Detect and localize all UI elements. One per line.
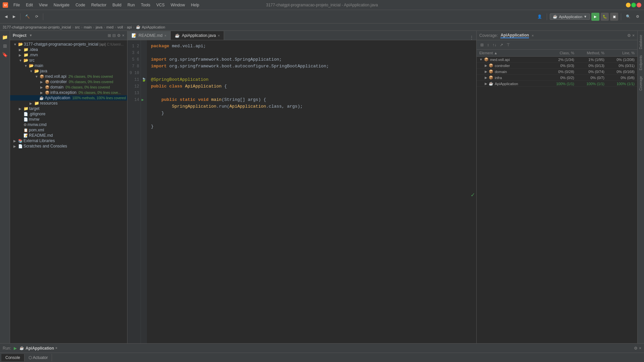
tree-src[interactable]: ▼ 📂 src — [10, 58, 127, 63]
cov-filter-icon[interactable]: ⊤ — [505, 42, 511, 48]
tab-api-close[interactable]: × — [218, 34, 220, 38]
bookmarks-icon[interactable]: 🔖 — [1, 51, 9, 58]
endpoints-label[interactable]: Endpoints — [638, 53, 643, 73]
col-class-pct[interactable]: Class, % — [544, 51, 574, 55]
tree-scratches[interactable]: ▶ 📄 Scratches and Consoles — [10, 143, 127, 149]
coverage-tab[interactable]: ApiApplication — [500, 33, 529, 38]
tree-target[interactable]: ▶ 📁 target — [10, 106, 127, 111]
tree-main[interactable]: ▼ 📂 main — [10, 63, 127, 68]
menu-window[interactable]: Window — [168, 2, 188, 8]
cov-export-icon[interactable]: ↗ — [499, 42, 504, 48]
cov-row-med-voll-api[interactable]: ▼ 📦 med.voll.api 2% (1/34) 1% (1/95) 0% … — [477, 57, 637, 63]
run-tab[interactable]: ☕ ApiApplication × — [19, 346, 57, 351]
breadcrumb-med[interactable]: med — [106, 25, 113, 29]
run-settings-icon[interactable]: ⚙ — [634, 346, 638, 351]
tree-pom-xml[interactable]: 📋 pom.xml — [10, 127, 127, 133]
cov-pkg-arrow[interactable]: ▼ — [479, 58, 483, 61]
tree-api-application[interactable]: ☕ ApiApplication 100% methods, 100% line… — [10, 95, 127, 101]
tree-java[interactable]: ▼ 📂 java — [10, 68, 127, 74]
run-gutter-icon[interactable]: ▶ — [142, 97, 146, 103]
menu-view[interactable]: View — [36, 2, 50, 8]
project-icon[interactable]: 📁 — [1, 34, 9, 41]
tree-readme[interactable]: 📝 README.md — [10, 133, 127, 138]
toolbar-vcs-btn[interactable]: 👤 — [535, 13, 544, 20]
tree-resources[interactable]: ▶ 📁 resources — [10, 101, 127, 106]
toolbar-build-btn[interactable]: 🔨 — [23, 13, 32, 20]
breadcrumb-file[interactable]: ApiApplication — [142, 25, 165, 29]
menu-navigate[interactable]: Navigate — [51, 2, 72, 8]
tree-mvn[interactable]: ▶ 📁 .mvn — [10, 52, 127, 58]
toolbar-back-btn[interactable]: ◀ — [3, 13, 9, 20]
coverage-tab-close[interactable]: × — [532, 34, 534, 38]
project-settings-icon[interactable]: ⚙ — [117, 33, 121, 38]
tree-external-libs[interactable]: ▶ 📚 External Libraries — [10, 138, 127, 143]
col-element[interactable]: Element ▲ — [479, 51, 544, 55]
tree-infra[interactable]: ▶ 📦 infra.exception 0% classes, 0% lines… — [10, 90, 127, 95]
menu-vcs[interactable]: VCS — [154, 2, 167, 8]
project-close-icon[interactable]: × — [122, 33, 124, 38]
menu-edit[interactable]: Edit — [23, 2, 36, 8]
cov-ctrl-arrow[interactable]: ▶ — [485, 64, 487, 67]
breadcrumb-src[interactable]: src — [75, 25, 80, 29]
structure-icon[interactable]: ⊞ — [1, 42, 9, 50]
menu-help[interactable]: Help — [188, 2, 202, 8]
cov-row-domain[interactable]: ▶ 📦 domain 0% (0/28) 0% (0/74) 0% (0/168… — [477, 69, 637, 75]
tree-domain[interactable]: ▶ 📦 domain 0% classes, 0% lines covered — [10, 84, 127, 90]
debug-button[interactable]: 🐛 — [601, 13, 609, 21]
tree-root[interactable]: ▼ 📂 3177-chatgpt-programacao-projeto_ini… — [10, 42, 127, 47]
coverage-settings-icon[interactable]: ⚙ — [627, 33, 631, 38]
breadcrumb-voll[interactable]: voll — [117, 25, 123, 29]
cov-row-apiapp[interactable]: ▶ ☕ ApiApplication 100% (1/1) 100% (1/1)… — [477, 81, 637, 87]
settings-btn[interactable]: ⚙ — [634, 13, 641, 20]
menu-file[interactable]: File — [11, 2, 22, 8]
code-editor-content[interactable]: package med.voll.api; import org.springf… — [147, 40, 476, 343]
breadcrumb-main[interactable]: main — [84, 25, 92, 29]
cov-row-controller[interactable]: ▶ 📦 controller 0% (0/3) 0% (0/13) 0% (0/… — [477, 63, 637, 69]
close-button[interactable]: × — [637, 3, 641, 7]
coverage-button[interactable]: ▣ — [610, 13, 618, 21]
tree-gitignore[interactable]: 📄 .gitignore — [10, 111, 127, 117]
collapse-all-icon[interactable]: ⊟ — [112, 33, 116, 38]
breadcrumb-api[interactable]: api — [127, 25, 132, 29]
toolbar-forward-btn[interactable]: ▶ — [11, 13, 17, 20]
run-configuration[interactable]: ☕ ApiApplication ▼ — [550, 13, 590, 20]
col-line-pct[interactable]: Line, % — [604, 51, 635, 55]
menu-build[interactable]: Build — [110, 2, 124, 8]
breadcrumb-project[interactable]: 3177-chatgpt-programacao-projeto_inicial — [3, 25, 71, 29]
database-label[interactable]: Database — [638, 32, 643, 52]
tree-controller[interactable]: ▶ 📦 controller 0% classes, 0% lines cove… — [10, 79, 127, 84]
tree-mvnw[interactable]: 📄 mvnw — [10, 117, 127, 122]
menu-run[interactable]: Run — [125, 2, 138, 8]
actuator-tab[interactable]: ⬡ Actuator — [24, 354, 52, 361]
tab-readme-close[interactable]: × — [164, 34, 166, 38]
tree-idea[interactable]: ▶ 📁 .idea — [10, 47, 127, 52]
menu-code[interactable]: Code — [73, 2, 88, 8]
menu-tools[interactable]: Tools — [138, 2, 153, 8]
cov-sort-name-icon[interactable]: ↕ — [486, 42, 490, 48]
toolbar-sync-btn[interactable]: ⟳ — [33, 13, 40, 20]
cov-sort-coverage-icon[interactable]: ↑↓ — [491, 42, 497, 48]
cov-apiapp-arrow[interactable]: ▶ — [485, 82, 487, 85]
run-close-icon[interactable]: × — [639, 346, 641, 351]
maximize-button[interactable]: □ — [631, 3, 636, 7]
run-tab-close[interactable]: × — [55, 346, 57, 350]
editor-recent-tabs[interactable]: ⋮ — [470, 35, 474, 40]
expand-all-icon[interactable]: ⊞ — [108, 33, 111, 38]
console-tab[interactable]: Console — [1, 354, 24, 361]
search-everywhere-btn[interactable]: 🔍 — [624, 13, 633, 20]
run-button[interactable]: ▶ — [591, 13, 599, 21]
coverage-close-icon[interactable]: × — [632, 33, 635, 38]
col-method-pct[interactable]: Method, % — [574, 51, 604, 55]
tab-readme[interactable]: 📝 README.md × — [127, 31, 171, 40]
coverage-label-strip[interactable]: Coverage — [638, 73, 643, 93]
cov-domain-arrow[interactable]: ▶ — [485, 70, 487, 73]
cov-row-infra[interactable]: ▶ 📦 infra 0% (0/2) 0% (0/7) 0% (0/8) — [477, 75, 637, 81]
tree-med-voll-api[interactable]: ▼ 📦 med.voll.api 2% classes, 0% lines co… — [10, 74, 127, 79]
breadcrumb-java[interactable]: java — [96, 25, 102, 29]
minimize-button[interactable]: − — [626, 3, 631, 7]
tree-mvnw-cmd[interactable]: ⚙ mvnw.cmd — [10, 122, 127, 127]
menu-refactor[interactable]: Refactor — [89, 2, 109, 8]
cov-flat-icon[interactable]: ⊞ — [479, 42, 485, 48]
tab-api-application[interactable]: ☕ ApiApplication.java × — [171, 31, 224, 40]
cov-infra-arrow[interactable]: ▶ — [485, 76, 487, 79]
